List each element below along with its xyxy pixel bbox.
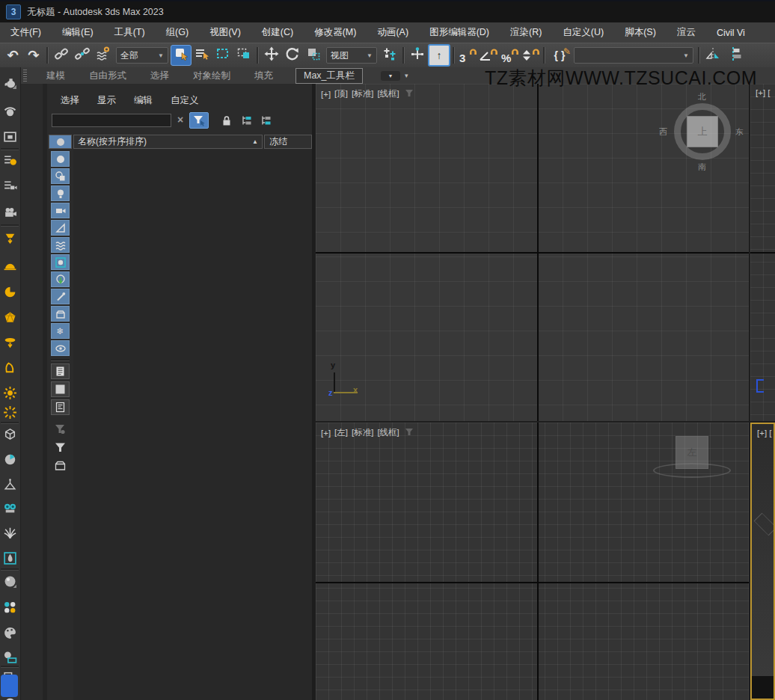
display-xrefs-toggle[interactable] [51,271,70,287]
display-helpers-toggle[interactable] [51,220,70,236]
sphere-slice-icon[interactable] [2,452,18,467]
display-groups-toggle[interactable] [51,254,70,270]
display-space-warps-toggle[interactable] [51,237,70,253]
window-crossing-toggle-button[interactable] [233,45,254,66]
display-cameras-toggle[interactable] [51,203,70,218]
select-and-move-button[interactable] [261,45,282,66]
viewport-pov-menu[interactable]: [顶] [334,88,348,99]
ribbon-tab-selection[interactable]: 选择 [150,70,169,82]
menu-renderbus[interactable]: 渲云 [667,26,706,39]
per-view-filter-icon[interactable] [405,428,414,438]
reference-coordinate-dropdown[interactable]: 视图 ▼ [326,47,377,64]
redo-button[interactable]: ↷ [23,45,44,66]
dome-light-icon[interactable] [2,258,18,274]
clear-search-icon[interactable]: × [177,114,183,126]
menu-create[interactable]: 创建(C) [251,26,304,39]
menu-customize[interactable]: 自定义(U) [552,26,614,39]
viewcube-compass-ring[interactable] [653,463,731,478]
light-lister-icon[interactable] [2,153,18,168]
edit-named-selection-sets-button[interactable]: { } ✎ [548,45,572,66]
spinner-snap-toggle-button[interactable] [520,45,541,66]
ribbon-tab-freeform[interactable]: 自由形式 [89,70,126,82]
snaps-toggle-3d-button[interactable]: 3 [457,45,478,66]
explorer-search-input[interactable] [52,114,171,127]
explorer-menu-select[interactable]: 选择 [61,94,79,107]
keyboard-override-toggle-button[interactable]: ↑ [428,44,450,67]
align-button[interactable] [723,45,744,66]
rectangular-selection-region-button[interactable] [212,45,233,66]
title-bar[interactable]: 3 无标题 - Autodesk 3ds Max 2023 [0,0,775,22]
filter-settings-button[interactable] [51,422,70,438]
camera-lister-icon[interactable] [2,178,18,194]
mirror-button[interactable] [702,45,723,66]
film-camera-icon[interactable] [2,205,18,221]
explorer-menu-edit[interactable]: 编辑 [134,94,153,107]
column-header-frozen[interactable]: 冻结 [264,135,312,149]
swatch-button[interactable] [51,381,70,397]
viewport-general-menu[interactable]: [+] [ [756,88,771,97]
viewport-active-partial[interactable]: [+] [ [750,423,775,700]
display-lights-toggle[interactable] [51,185,70,201]
palette-icon[interactable] [2,625,18,641]
select-and-scale-button[interactable] [303,45,324,66]
ribbon-drag-handle[interactable] [23,70,27,82]
viewport-standard-menu[interactable]: [标准] [352,427,373,438]
explorer-filter-button[interactable] [189,112,209,129]
explorer-menu-customize[interactable]: 自定义 [171,94,199,107]
maximize-viewport-icon[interactable] [2,129,18,145]
geosphere-icon[interactable] [2,310,18,326]
collapse-hierarchy-icon[interactable] [258,114,273,127]
display-hidden-toggle[interactable] [51,340,70,356]
menu-scripting[interactable]: 脚本(S) [614,26,667,39]
detail-view-button[interactable] [51,399,70,415]
display-shapes-toggle[interactable] [51,168,70,184]
ribbon-tab-populate[interactable]: 填充 [254,70,273,82]
max-toolbar-tab[interactable]: Max_工具栏 [295,68,363,84]
display-geometry-toggle[interactable] [51,151,70,167]
percent-snap-toggle-button[interactable]: % [499,45,520,66]
display-bones-toggle[interactable] [51,289,70,304]
menu-group[interactable]: 组(G) [156,26,200,39]
ribbon-tab-modeling[interactable]: 建模 [46,70,65,82]
skylight-icon[interactable] [2,405,18,420]
select-by-name-button[interactable] [192,45,212,66]
menu-rendering[interactable]: 渲染(R) [500,26,552,39]
viewport-general-menu[interactable]: [+] [321,429,331,438]
viewport-left[interactable]: [+] [左] [标准] [线框] 左 [316,423,749,700]
compass-east-label[interactable]: 东 [735,126,744,138]
omni-light-icon[interactable] [2,385,18,401]
material-sphere-icon[interactable] [2,574,18,589]
menu-animation[interactable]: 动画(A) [367,26,419,39]
viewcube-top-face[interactable]: 上 [687,116,718,147]
bind-to-space-warp-button[interactable] [93,45,114,66]
compass-west-label[interactable]: 西 [659,126,667,138]
physical-camera-icon[interactable] [2,500,18,515]
viewport-standard-menu[interactable]: [标准] [352,88,373,99]
menu-modifiers[interactable]: 修改器(M) [304,26,367,39]
scene-explorer-list[interactable] [73,150,312,700]
expand-hierarchy-icon[interactable] [239,114,254,127]
color-swatches-icon[interactable] [2,600,18,615]
panel-drag-handle[interactable] [43,84,47,700]
container-button[interactable] [51,458,70,473]
menu-tools[interactable]: 工具(T) [104,26,156,39]
select-and-manipulate-button[interactable] [407,45,428,66]
free-spot-light-icon[interactable] [2,360,18,376]
named-selection-sets-dropdown[interactable]: ▼ [574,47,693,64]
menu-views[interactable]: 视图(V) [199,26,251,39]
column-header-name[interactable]: 名称(按升序排序) ▲ [73,135,263,149]
display-frozen-toggle[interactable]: ❄ [51,323,70,339]
viewport-shading-menu[interactable]: [线框] [377,427,399,438]
menu-edit[interactable]: 编辑(E) [52,26,104,39]
per-view-filter-icon[interactable] [405,89,414,99]
foliage-icon[interactable] [2,525,18,541]
compass-north-label[interactable]: 北 [698,91,706,102]
lock-selection-icon[interactable] [219,114,234,127]
viewport-pov-menu[interactable]: [左] [334,427,348,438]
box-primitive-icon[interactable] [2,426,18,442]
filter-button[interactable] [51,440,70,455]
viewport-top[interactable]: [+] [顶] [标准] [线框] 上 北 西 东 南 y x z [316,84,749,421]
column-header-display[interactable] [49,135,72,149]
viewcube-left[interactable]: 左 [650,436,732,488]
fire-effect-icon[interactable] [2,550,18,566]
